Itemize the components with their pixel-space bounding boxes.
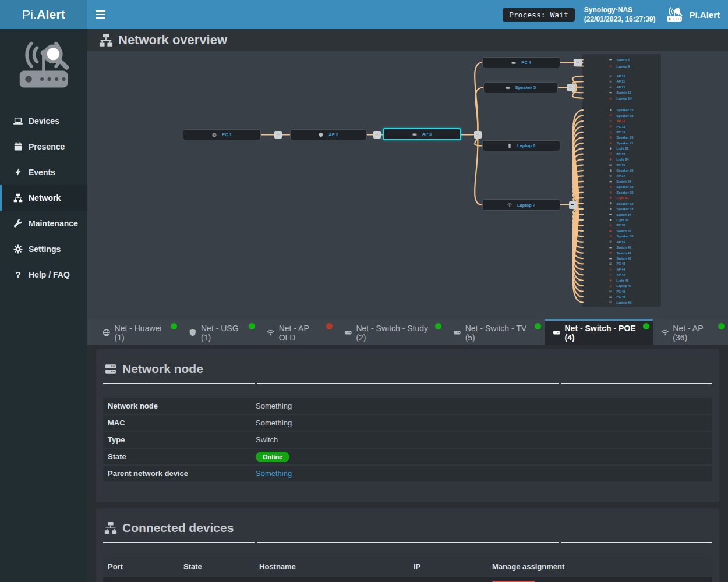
switchbox-icon xyxy=(609,257,612,260)
diagram-node-ap-3[interactable]: AP 3 xyxy=(383,128,461,140)
device-list-item-label: Switch 37 xyxy=(617,229,631,233)
diagram-node-laptop-7[interactable]: Laptop 7 xyxy=(482,199,560,211)
device-list-item-speaker-38[interactable]: Speaker 38 xyxy=(582,234,661,239)
wifi-icon xyxy=(609,274,612,276)
device-list-item-switch-13[interactable]: Switch 13 xyxy=(582,90,661,96)
sidebar-item-maintenance[interactable]: Maintenance xyxy=(0,211,87,236)
device-list-item-speaker-16[interactable]: Speaker 16 xyxy=(582,113,661,118)
diagram-node-laptop-6[interactable]: Laptop 6 xyxy=(482,140,560,151)
network-node-panel: Network node Network node Something MAC … xyxy=(96,349,719,502)
tab-label: Net - AP OLD xyxy=(279,324,323,342)
collapse-button[interactable]: − xyxy=(373,131,381,139)
collapse-button[interactable]: − xyxy=(569,201,577,209)
tab-net-usg-1[interactable]: Net - USG (1) xyxy=(181,319,259,345)
tab-status-dot xyxy=(171,323,177,329)
laptop-icon xyxy=(609,125,612,128)
sidebar-item-settings[interactable]: Settings xyxy=(0,236,87,262)
collapse-button[interactable]: − xyxy=(474,131,482,139)
divider xyxy=(103,542,712,543)
device-list-item-label: PC 43 xyxy=(617,262,625,265)
collapse-button[interactable]: − xyxy=(567,84,575,91)
device-list-item-label: Switch 8 xyxy=(617,58,630,62)
device-list-item-label: Light 35 xyxy=(617,218,629,222)
device-list-item-switch-34[interactable]: Switch 34 xyxy=(582,212,661,217)
server-icon xyxy=(104,363,117,375)
device-list-item-switch-42[interactable]: Switch 42 xyxy=(582,255,661,261)
parent-device-link[interactable]: Something xyxy=(256,469,712,478)
device-list-item-pc-43[interactable]: PC 43 xyxy=(582,261,661,267)
device-list-item-light-31[interactable]: Light 31 xyxy=(582,196,661,201)
device-list-item-light-35[interactable]: Light 35 xyxy=(582,217,661,222)
tab-net-switch-study-2[interactable]: Net - Switch - Study (2) xyxy=(336,319,445,345)
device-list-item-light-46[interactable]: Light 46 xyxy=(582,278,661,283)
collapse-button[interactable]: − xyxy=(274,131,282,139)
diagram-node-speaker-5[interactable]: Speaker 5 xyxy=(483,82,558,93)
device-list-item-ap-27[interactable]: AP 27 xyxy=(582,173,661,179)
sidebar-item-help-faq[interactable]: Help / FAQ xyxy=(0,262,87,288)
switchbox-icon xyxy=(609,230,612,233)
device-list-item-switch-37[interactable]: Switch 37 xyxy=(582,228,661,233)
device-list-item-laptop-47[interactable]: Laptop 47 xyxy=(582,283,661,289)
device-list-item-laptop-9[interactable]: Laptop 9 xyxy=(582,63,661,69)
device-list-item-pc-19[interactable]: PC 19 xyxy=(582,129,661,134)
switchbox-icon xyxy=(609,251,612,254)
device-list-item-pc-25[interactable]: PC 25 xyxy=(582,162,661,168)
device-list-item-label: Light 31 xyxy=(617,196,629,200)
device-list-panel: Switch 8 Laptop 9 AP 10 AP 11 AP 12 Swit… xyxy=(582,54,661,307)
tab-net-ap-old[interactable]: Net - AP OLD xyxy=(259,319,336,345)
device-list-item-speaker-21[interactable]: Speaker 21 xyxy=(582,140,661,146)
device-list-item-pc-23[interactable]: PC 23 xyxy=(582,151,661,157)
device-list-item-switch-8[interactable]: Switch 8 xyxy=(582,56,661,63)
device-list-item-light-24[interactable]: Light 24 xyxy=(582,157,661,162)
network-node-table-row: Type Switch xyxy=(103,432,712,448)
sidebar-item-events[interactable]: Events xyxy=(0,159,87,185)
device-list-item-ap-11[interactable]: AP 11 xyxy=(582,79,661,85)
device-list-item-speaker-26[interactable]: Speaker 26 xyxy=(582,168,661,173)
tab-net-huawei-1[interactable]: Net - Huawei (1) xyxy=(94,319,181,345)
device-list-item-ap-39[interactable]: AP 39 xyxy=(582,239,661,244)
nas-timestamp: (22/01/2023, 16:27:39) xyxy=(584,15,656,24)
sidebar-item-network[interactable]: Network xyxy=(0,185,87,211)
device-list-item-speaker-30[interactable]: Speaker 30 xyxy=(582,190,661,195)
device-list-item-laptop-14[interactable]: Laptop 14 xyxy=(582,95,661,101)
device-list-item-speaker-29[interactable]: Speaker 29 xyxy=(582,184,661,190)
device-list-item-speaker-33[interactable]: Speaker 33 xyxy=(582,206,661,211)
device-list-item-pc-48[interactable]: PC 48 xyxy=(582,289,661,294)
device-list-item-speaker-32[interactable]: Speaker 32 xyxy=(582,201,661,206)
tab-status-dot xyxy=(249,323,255,329)
section-title-network-node: Network node xyxy=(103,357,712,383)
tab-net-ap-36[interactable]: Net - AP (36) xyxy=(653,319,728,345)
device-list-item-ap-17[interactable]: AP 17 xyxy=(582,118,661,123)
device-list-item-pc-36[interactable]: PC 36 xyxy=(582,223,661,228)
page-title-bar: Network overview xyxy=(87,29,728,51)
device-list-item-label: Speaker 21 xyxy=(617,141,634,145)
device-list-item-label: AP 12 xyxy=(617,86,625,89)
device-list-item-switch-28[interactable]: Switch 28 xyxy=(582,179,661,184)
device-list-item-laptop-50[interactable]: Laptop 50 xyxy=(582,300,661,305)
device-list-item-pc-49[interactable]: PC 49 xyxy=(582,294,661,299)
device-list-item-switch-40[interactable]: Switch 40 xyxy=(582,244,661,250)
diagram-node-pc-1[interactable]: PC 1 xyxy=(183,129,261,140)
device-list-item-ap-12[interactable]: AP 12 xyxy=(582,84,661,90)
column-header-hostname: Hostname xyxy=(255,562,409,571)
device-list-item-speaker-15[interactable]: Speaker 15 xyxy=(582,108,661,113)
hamburger-menu-icon[interactable] xyxy=(87,0,113,29)
tab-net-switch-tv-5[interactable]: Net - Switch - TV (5) xyxy=(445,319,545,345)
device-list-item-label: Speaker 15 xyxy=(617,108,634,112)
pialert-logo-icon xyxy=(16,37,72,93)
device-list-item-ap-45[interactable]: AP 45 xyxy=(582,272,661,278)
tab-net-switch-poe-4[interactable]: Net - Switch - POE (4) xyxy=(545,319,653,345)
question-icon xyxy=(13,270,23,279)
sidebar-item-presence[interactable]: Presence xyxy=(0,134,87,159)
device-list-item-switch-41[interactable]: Switch 41 xyxy=(582,250,661,255)
device-list-item-light-22[interactable]: Light 22 xyxy=(582,146,661,151)
collapse-button[interactable]: − xyxy=(574,59,582,66)
device-list-item-ap-44[interactable]: AP 44 xyxy=(582,267,661,272)
device-list-item-speaker-20[interactable]: Speaker 20 xyxy=(582,135,661,140)
app-logo[interactable]: Pi.Alert xyxy=(0,0,87,29)
device-list-item-ap-10[interactable]: AP 10 xyxy=(582,73,661,79)
diagram-node-pc-4[interactable]: PC 4 xyxy=(482,57,560,68)
device-list-item-pc-18[interactable]: PC 18 xyxy=(582,124,661,129)
diagram-node-ap-2[interactable]: AP 2 xyxy=(290,129,367,140)
sidebar-item-devices[interactable]: Devices xyxy=(0,108,87,134)
